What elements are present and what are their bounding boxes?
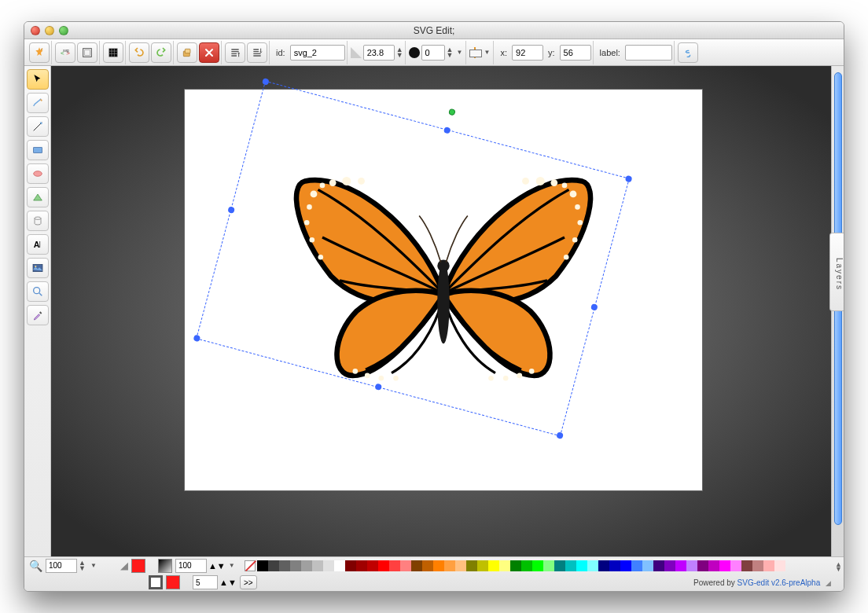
palette-swatch[interactable] xyxy=(752,560,763,571)
redo-button[interactable] xyxy=(151,42,171,63)
palette-scroll-down[interactable]: ▼ xyxy=(835,565,842,573)
palette-swatch[interactable] xyxy=(774,560,785,571)
angle-input[interactable] xyxy=(363,45,395,61)
blur-stepper[interactable]: ▲▼ xyxy=(447,47,454,58)
palette-swatch[interactable] xyxy=(499,560,510,571)
palette-swatch[interactable] xyxy=(532,560,543,571)
palette-swatch[interactable] xyxy=(477,560,488,571)
stroke-paint-swatch[interactable] xyxy=(166,575,180,589)
opacity-stepper[interactable]: ▲▼ xyxy=(208,561,226,571)
palette-swatch[interactable] xyxy=(554,560,565,571)
move-to-bottom-button[interactable] xyxy=(247,42,267,63)
palette-swatch[interactable] xyxy=(587,560,598,571)
eyedropper-tool[interactable] xyxy=(27,305,49,325)
clone-button[interactable] xyxy=(177,42,197,63)
zoom-input[interactable] xyxy=(46,559,77,573)
palette-swatch[interactable] xyxy=(433,560,444,571)
palette-swatch[interactable] xyxy=(653,560,664,571)
resize-handle-sw[interactable] xyxy=(193,334,201,342)
layers-panel-tab[interactable]: Layers xyxy=(829,233,844,311)
id-input[interactable] xyxy=(290,45,345,61)
resize-handle-se[interactable] xyxy=(556,431,564,439)
label-input[interactable] xyxy=(625,45,672,61)
zoom-stepper[interactable]: ▲▼ xyxy=(79,560,86,571)
zoom-tool[interactable] xyxy=(27,281,49,302)
resize-handle-nw[interactable] xyxy=(262,78,270,86)
main-menu-button[interactable] xyxy=(29,42,50,63)
pencil-tool[interactable] xyxy=(27,93,49,113)
ellipse-tool[interactable] xyxy=(27,163,49,184)
select-tool[interactable] xyxy=(27,69,49,90)
palette-swatch[interactable] xyxy=(378,560,389,571)
palette-swatch[interactable] xyxy=(444,560,455,571)
palette-swatch[interactable] xyxy=(620,560,631,571)
rect-tool[interactable] xyxy=(27,140,49,160)
palette-swatch[interactable] xyxy=(466,560,477,571)
palette-swatch[interactable] xyxy=(257,560,268,571)
palette-swatch[interactable] xyxy=(422,560,433,571)
palette-swatch[interactable] xyxy=(290,560,301,571)
undo-button[interactable] xyxy=(129,42,149,63)
line-tool[interactable] xyxy=(27,116,49,137)
delete-button[interactable] xyxy=(199,42,219,63)
stroke-style-expand-button[interactable]: >> xyxy=(240,575,257,589)
resize-handle-n[interactable] xyxy=(443,127,451,134)
footer-resize-grip[interactable]: ◢ xyxy=(822,579,831,587)
palette-swatch[interactable] xyxy=(686,560,697,571)
zoom-dropdown[interactable]: ▼ xyxy=(89,562,98,570)
palette-swatch[interactable] xyxy=(642,560,653,571)
palette-swatch[interactable] xyxy=(521,560,532,571)
palette-swatch[interactable] xyxy=(389,560,400,571)
blur-dropdown[interactable]: ▼ xyxy=(454,49,464,57)
palette-swatch[interactable] xyxy=(730,560,741,571)
vertical-scrollbar[interactable] xyxy=(831,66,844,556)
fill-color-swatch[interactable] xyxy=(131,559,145,573)
palette-swatch[interactable] xyxy=(609,560,620,571)
palette-swatch[interactable] xyxy=(356,560,367,571)
palette-swatch[interactable] xyxy=(312,560,323,571)
rotate-handle[interactable] xyxy=(448,108,456,116)
palette-swatch[interactable] xyxy=(488,560,499,571)
palette-swatch[interactable] xyxy=(543,560,554,571)
palette-swatch[interactable] xyxy=(334,560,345,571)
link-button[interactable] xyxy=(678,42,698,63)
align-dropdown[interactable]: ▼ xyxy=(482,49,491,57)
image-tool[interactable] xyxy=(27,258,49,278)
palette-swatch[interactable] xyxy=(565,560,576,571)
palette-swatch[interactable] xyxy=(301,560,312,571)
svg-canvas[interactable] xyxy=(185,90,702,490)
no-color-swatch[interactable] xyxy=(245,560,256,571)
palette-swatch[interactable] xyxy=(367,560,378,571)
stroke-width-stepper[interactable]: ▲▼ xyxy=(219,578,237,587)
palette-swatch[interactable] xyxy=(576,560,587,571)
shape-lib-tool[interactable] xyxy=(27,211,49,231)
text-tool[interactable]: A xyxy=(27,234,49,255)
svg-edit-link[interactable]: SVG-edit v2.6-preAlpha xyxy=(737,578,821,587)
palette-swatch[interactable] xyxy=(708,560,719,571)
show-grid-button[interactable] xyxy=(103,42,123,63)
canvas-area[interactable] xyxy=(51,66,831,556)
stroke-color-swatch[interactable] xyxy=(149,575,163,589)
palette-swatch[interactable] xyxy=(279,560,290,571)
resize-handle-w[interactable] xyxy=(227,206,235,214)
palette-swatch[interactable] xyxy=(763,560,774,571)
wireframe-mode-button[interactable] xyxy=(77,42,97,63)
palette-swatch[interactable] xyxy=(268,560,279,571)
palette-swatch[interactable] xyxy=(719,560,730,571)
stroke-gradient-swatch[interactable] xyxy=(158,559,172,573)
palette-swatch[interactable] xyxy=(411,560,422,571)
palette-swatch[interactable] xyxy=(697,560,708,571)
palette-swatch[interactable] xyxy=(323,560,334,571)
palette-swatch[interactable] xyxy=(510,560,521,571)
y-input[interactable] xyxy=(560,45,591,61)
palette-swatch[interactable] xyxy=(345,560,356,571)
blur-input[interactable] xyxy=(421,45,445,61)
palette-swatch[interactable] xyxy=(664,560,675,571)
palette-swatch[interactable] xyxy=(675,560,686,571)
opacity-dropdown[interactable]: ▼ xyxy=(227,562,237,570)
edit-source-button[interactable]: <>svg xyxy=(55,42,75,63)
palette-swatch[interactable] xyxy=(631,560,642,571)
x-input[interactable] xyxy=(512,45,543,61)
palette-swatch[interactable] xyxy=(400,560,411,571)
move-to-top-button[interactable] xyxy=(225,42,245,63)
